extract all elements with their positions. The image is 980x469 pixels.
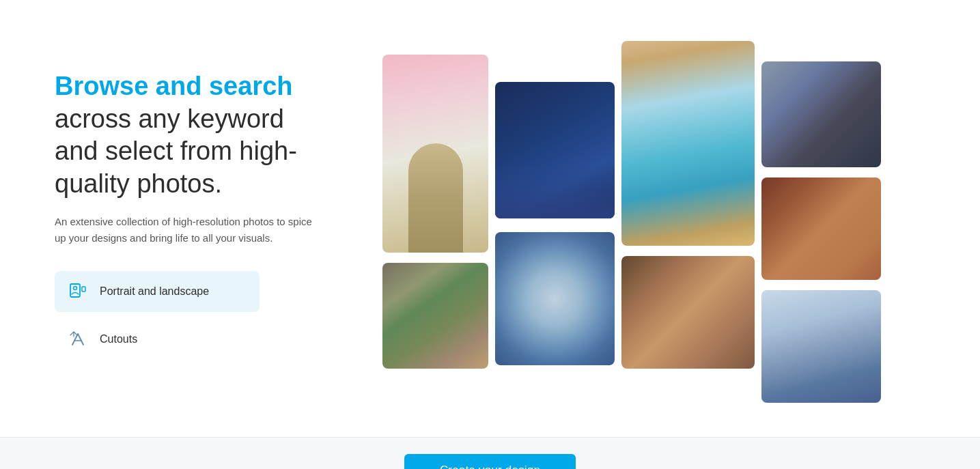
left-panel: Browse and search across any keyword and… [55,70,341,367]
photo-person-desk [495,82,615,218]
svg-rect-1 [82,287,85,292]
photo-building [761,290,881,403]
option-portrait-landscape[interactable]: Portrait and landscape [55,271,260,312]
option-cutouts[interactable]: Cutouts [55,319,260,360]
photo-capitol [382,55,488,253]
heading-dark: across any keyword and select from high-… [55,104,297,198]
photo-classroom [761,177,881,280]
option-cutouts-label: Cutouts [100,333,137,345]
photo-person-walking [761,61,881,167]
photo-grid [382,41,939,396]
cutout-icon [66,327,90,352]
photo-flatlay [382,263,488,369]
svg-point-2 [74,287,77,290]
main-content: Browse and search across any keyword and… [0,0,980,437]
photo-architecture-spiral [495,232,615,365]
portrait-icon [66,279,90,304]
create-design-button[interactable]: Create your design [404,454,576,469]
bottom-section: Create your design It's free and easy to… [0,437,980,469]
heading-wrapper: Browse and search across any keyword and… [55,70,314,200]
option-portrait-label: Portrait and landscape [100,285,209,298]
photo-team-meeting [621,256,755,369]
description-text: An extensive collection of high-resoluti… [55,214,314,246]
heading-blue: Browse and search [55,72,292,100]
right-panel [382,41,939,396]
photo-aerial-beach [621,41,755,246]
